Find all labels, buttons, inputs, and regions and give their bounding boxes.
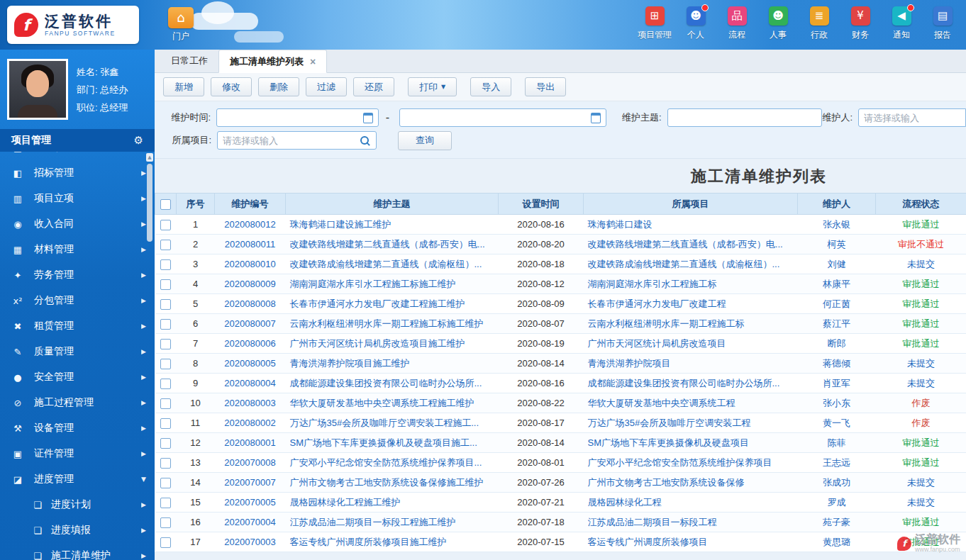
row-checkbox[interactable] [160,299,171,310]
maintenance-code-link[interactable]: 2020080008 [224,298,275,309]
edit-button[interactable]: 修改 [211,77,252,96]
row-checkbox[interactable] [160,478,171,488]
project-link[interactable]: 改建铁路线增建第二线直通线（成都-西安）电... [588,239,783,250]
maintenance-code-link[interactable]: 2020080012 [224,219,275,230]
sidebar-item-labor-management[interactable]: ✦劳务管理▶ [0,262,155,288]
tab-construction-list-maintenance[interactable]: 施工清单维护列表× [218,50,327,73]
maintainer-link[interactable]: 何正茵 [823,298,850,309]
maintainer-link[interactable]: 王志远 [823,457,850,468]
maintenance-topic-link[interactable]: 长春市伊通河水力发电厂改建工程施工维护 [290,298,465,309]
row-checkbox[interactable] [160,319,171,330]
maintainer-link[interactable]: 张永银 [823,219,850,230]
project-link[interactable]: 改建铁路成渝线增建第二直通线（成渝枢纽）... [588,259,780,269]
maintenance-topic-link[interactable]: SM广场地下车库更换摄像机及硬盘项目施工... [290,437,477,448]
maintenance-code-link[interactable]: 2020070008 [224,457,275,468]
project-link[interactable]: 广州市文物考古工地安防系统设备保修 [588,477,745,488]
maintenance-code-link[interactable]: 2020080011 [225,239,275,250]
maintainer-link[interactable]: 苑子豪 [823,517,850,527]
maintenance-topic-link[interactable]: 珠海鹤港口建设施工维护 [290,219,392,230]
sidebar-item-safety-management[interactable]: ●安全管理▶ [0,364,155,390]
sidebar-item-certificate-management[interactable]: ▣证件管理▶ [0,441,155,466]
sidebar-item-material-management[interactable]: ▦材料管理▶ [0,237,155,262]
export-button[interactable]: 导出 [525,77,566,96]
maintainer-link[interactable]: 黄一飞 [823,418,850,428]
maintenance-code-link[interactable]: 2020080001 [224,437,275,448]
project-link[interactable]: 湖南洞庭湖水库引水工程施工标 [588,279,717,289]
row-checkbox[interactable] [160,438,171,449]
nav-item-finance[interactable]: ¥财务 [840,6,881,41]
maintenance-code-link[interactable]: 2020080003 [224,398,275,408]
scrollbar-thumb[interactable] [147,164,152,242]
maintenance-topic-link[interactable]: 客运专线广州调度所装修项目施工维护 [290,537,447,547]
sidebar-item-income-contract[interactable]: ◉收入合同▶ [0,211,155,237]
maintenance-topic-link[interactable]: 广州市天河区统计局机房改造项目施工维护 [290,338,465,349]
row-checkbox[interactable] [160,458,171,469]
maintenance-topic-link[interactable]: 广安邓小平纪念馆安全防范系统维护保养项目... [290,457,482,468]
gear-icon[interactable]: ⚙ [134,134,143,147]
sidebar-item-quality-management[interactable]: ✎质量管理▶ [0,339,155,364]
maintainer-link[interactable]: 陈菲 [828,437,846,448]
select-all-checkbox[interactable] [160,199,171,210]
maintenance-code-link[interactable]: 2020080009 [224,279,275,289]
row-checkbox[interactable] [160,537,171,548]
nav-item-workflow[interactable]: 品流程 [716,6,757,41]
sidebar-section-header[interactable]: 项目管理 ⚙ [0,129,155,152]
project-link[interactable]: 江苏成品油二期项目一标段工程 [588,517,717,527]
project-link[interactable]: 青海洪湖养护院项目 [588,358,671,369]
project-link[interactable]: 长春市伊通河水力发电厂改建工程 [588,298,726,309]
maintainer-link[interactable]: 肖亚军 [823,378,850,388]
import-button[interactable]: 导入 [470,77,511,96]
maintainer-link[interactable]: 张小东 [823,398,850,408]
maintenance-topic-link[interactable]: 湖南洞庭湖水库引水工程施工标施工维护 [290,279,456,289]
maintain-topic-input[interactable] [668,110,822,125]
project-link[interactable]: 晟格园林绿化工程 [588,497,662,508]
close-icon[interactable]: × [310,57,316,67]
sidebar-item-project-initiation[interactable]: ▥项目立项▶ [0,186,155,211]
nav-item-administration[interactable]: ≣行政 [799,6,840,41]
maintenance-topic-link[interactable]: 青海洪湖养护院项目施工维护 [290,358,410,369]
row-checkbox[interactable] [160,240,171,250]
project-link[interactable]: 珠海鹤港口建设 [588,219,653,230]
maintenance-code-link[interactable]: 2020070003 [224,537,275,547]
maintainer-link[interactable]: 断郎 [828,338,846,349]
filter-button[interactable]: 过滤 [306,77,347,96]
maintenance-topic-link[interactable]: 江苏成品油二期项目一标段工程施工维护 [290,517,456,527]
sidebar-item-lease-management[interactable]: ✖租赁管理▶ [0,313,155,339]
row-checkbox[interactable] [160,418,171,429]
sidebar-item-progress-plan[interactable]: ❏进度计划▶ [0,492,155,517]
maintainer-link[interactable]: 蒋德倾 [823,358,850,369]
row-checkbox[interactable] [160,517,171,528]
maintenance-topic-link[interactable]: 广州市文物考古工地安防系统设备保修施工维护 [290,477,484,488]
maintenance-topic-link[interactable]: 改建铁路线增建第二线直通线（成都-西安）电... [290,239,485,250]
row-checkbox[interactable] [160,220,171,230]
project-link[interactable]: 万达广场35#会所及咖啡厅空调安装工程 [588,418,751,428]
maintenance-topic-link[interactable]: 万达广场35#会所及咖啡厅空调安装工程施工... [290,418,479,428]
scroll-up-icon[interactable]: ▲ [146,153,153,162]
project-link[interactable]: 客运专线广州调度所装修项目 [588,537,708,547]
sidebar-item-bid-management[interactable]: ▤投标管理▶ [0,152,155,160]
maintenance-code-link[interactable]: 2020080002 [224,418,275,428]
nav-item-notification[interactable]: ◀通知 [881,6,922,41]
project-input[interactable] [218,133,360,148]
maintainer-link[interactable]: 蔡江平 [823,318,850,329]
portal-button[interactable]: ⌂ 门户 [162,7,200,43]
maintenance-code-link[interactable]: 2020080010 [224,259,275,269]
sidebar-item-tender-management[interactable]: ◧招标管理▶ [0,160,155,186]
project-link[interactable]: 华软大厦研发基地中央空调系统工程 [588,398,735,408]
calendar-icon[interactable] [591,113,601,123]
maintain-time-to-input[interactable] [400,110,591,125]
maintenance-code-link[interactable]: 2020080005 [224,358,275,369]
maintenance-topic-link[interactable]: 成都能源建设集团投资有限公司临时办公场所... [290,378,482,388]
maintenance-code-link[interactable]: 2020070005 [224,497,275,508]
maintenance-topic-link[interactable]: 改建铁路成渝线增建第二直通线（成渝枢纽）... [290,259,482,269]
row-checkbox[interactable] [160,498,171,508]
row-checkbox[interactable] [160,339,171,349]
sidebar-item-equipment-management[interactable]: ⚒设备管理▶ [0,415,155,441]
nav-item-personal[interactable]: ☻个人 [675,6,716,41]
maintainer-link[interactable]: 张成功 [823,477,850,488]
row-checkbox[interactable] [160,259,171,270]
maintainer-link[interactable]: 刘健 [828,259,846,269]
project-link[interactable]: 广州市天河区统计局机房改造项目 [588,338,726,349]
maintenance-code-link[interactable]: 2020080007 [224,318,275,329]
nav-item-hr[interactable]: ☻人事 [757,6,799,41]
